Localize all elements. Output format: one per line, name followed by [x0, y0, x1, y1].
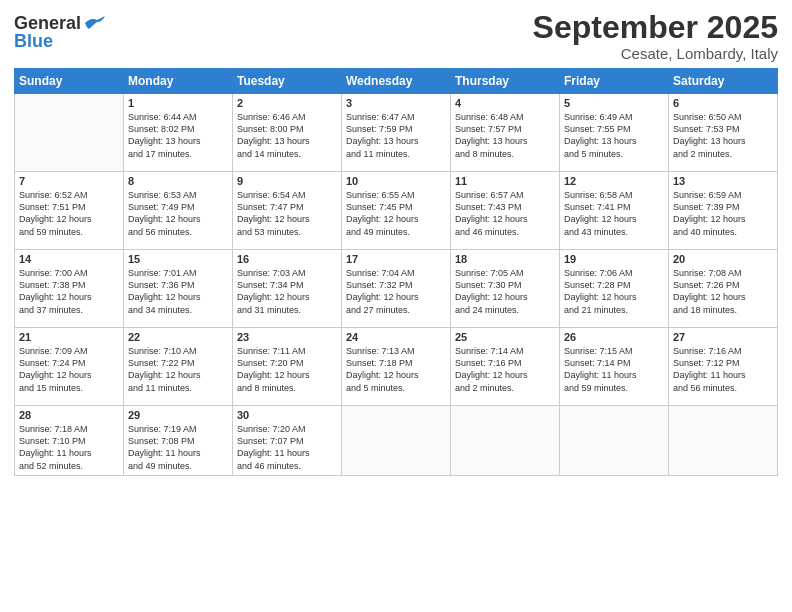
calendar-cell: 23Sunrise: 7:11 AM Sunset: 7:20 PM Dayli…	[233, 328, 342, 406]
calendar-cell: 15Sunrise: 7:01 AM Sunset: 7:36 PM Dayli…	[124, 250, 233, 328]
day-number: 22	[128, 331, 228, 343]
day-number: 4	[455, 97, 555, 109]
day-number: 17	[346, 253, 446, 265]
cell-info: Sunrise: 6:59 AM Sunset: 7:39 PM Dayligh…	[673, 189, 773, 238]
day-number: 26	[564, 331, 664, 343]
cell-info: Sunrise: 6:58 AM Sunset: 7:41 PM Dayligh…	[564, 189, 664, 238]
calendar-cell: 21Sunrise: 7:09 AM Sunset: 7:24 PM Dayli…	[15, 328, 124, 406]
day-number: 10	[346, 175, 446, 187]
cell-info: Sunrise: 6:53 AM Sunset: 7:49 PM Dayligh…	[128, 189, 228, 238]
calendar-cell: 27Sunrise: 7:16 AM Sunset: 7:12 PM Dayli…	[669, 328, 778, 406]
cell-info: Sunrise: 7:01 AM Sunset: 7:36 PM Dayligh…	[128, 267, 228, 316]
day-number: 2	[237, 97, 337, 109]
cell-info: Sunrise: 6:55 AM Sunset: 7:45 PM Dayligh…	[346, 189, 446, 238]
day-number: 29	[128, 409, 228, 421]
cell-info: Sunrise: 7:09 AM Sunset: 7:24 PM Dayligh…	[19, 345, 119, 394]
calendar-cell: 28Sunrise: 7:18 AM Sunset: 7:10 PM Dayli…	[15, 406, 124, 476]
day-number: 21	[19, 331, 119, 343]
header: General Blue September 2025 Cesate, Lomb…	[14, 10, 778, 62]
title-block: September 2025 Cesate, Lombardy, Italy	[533, 10, 778, 62]
cell-info: Sunrise: 6:47 AM Sunset: 7:59 PM Dayligh…	[346, 111, 446, 160]
calendar-week-4: 21Sunrise: 7:09 AM Sunset: 7:24 PM Dayli…	[15, 328, 778, 406]
calendar-cell: 5Sunrise: 6:49 AM Sunset: 7:55 PM Daylig…	[560, 94, 669, 172]
col-tuesday: Tuesday	[233, 69, 342, 94]
day-number: 6	[673, 97, 773, 109]
cell-info: Sunrise: 6:50 AM Sunset: 7:53 PM Dayligh…	[673, 111, 773, 160]
day-number: 9	[237, 175, 337, 187]
day-number: 14	[19, 253, 119, 265]
calendar-cell: 20Sunrise: 7:08 AM Sunset: 7:26 PM Dayli…	[669, 250, 778, 328]
day-number: 18	[455, 253, 555, 265]
day-number: 5	[564, 97, 664, 109]
day-number: 3	[346, 97, 446, 109]
logo-bird-icon	[83, 15, 105, 31]
day-number: 8	[128, 175, 228, 187]
day-number: 13	[673, 175, 773, 187]
calendar-cell: 1Sunrise: 6:44 AM Sunset: 8:02 PM Daylig…	[124, 94, 233, 172]
cell-info: Sunrise: 6:52 AM Sunset: 7:51 PM Dayligh…	[19, 189, 119, 238]
day-number: 16	[237, 253, 337, 265]
day-number: 20	[673, 253, 773, 265]
calendar-cell: 11Sunrise: 6:57 AM Sunset: 7:43 PM Dayli…	[451, 172, 560, 250]
calendar-cell: 26Sunrise: 7:15 AM Sunset: 7:14 PM Dayli…	[560, 328, 669, 406]
location-title: Cesate, Lombardy, Italy	[533, 45, 778, 62]
calendar-cell: 7Sunrise: 6:52 AM Sunset: 7:51 PM Daylig…	[15, 172, 124, 250]
cell-info: Sunrise: 7:04 AM Sunset: 7:32 PM Dayligh…	[346, 267, 446, 316]
day-number: 28	[19, 409, 119, 421]
cell-info: Sunrise: 6:48 AM Sunset: 7:57 PM Dayligh…	[455, 111, 555, 160]
cell-info: Sunrise: 7:03 AM Sunset: 7:34 PM Dayligh…	[237, 267, 337, 316]
calendar-cell: 4Sunrise: 6:48 AM Sunset: 7:57 PM Daylig…	[451, 94, 560, 172]
cell-info: Sunrise: 7:06 AM Sunset: 7:28 PM Dayligh…	[564, 267, 664, 316]
col-wednesday: Wednesday	[342, 69, 451, 94]
calendar-cell: 19Sunrise: 7:06 AM Sunset: 7:28 PM Dayli…	[560, 250, 669, 328]
logo: General Blue	[14, 14, 105, 50]
cell-info: Sunrise: 7:08 AM Sunset: 7:26 PM Dayligh…	[673, 267, 773, 316]
day-number: 1	[128, 97, 228, 109]
calendar-cell	[342, 406, 451, 476]
page-container: General Blue September 2025 Cesate, Lomb…	[0, 0, 792, 486]
calendar-cell: 6Sunrise: 6:50 AM Sunset: 7:53 PM Daylig…	[669, 94, 778, 172]
calendar-cell: 8Sunrise: 6:53 AM Sunset: 7:49 PM Daylig…	[124, 172, 233, 250]
calendar-cell: 22Sunrise: 7:10 AM Sunset: 7:22 PM Dayli…	[124, 328, 233, 406]
cell-info: Sunrise: 7:11 AM Sunset: 7:20 PM Dayligh…	[237, 345, 337, 394]
day-number: 19	[564, 253, 664, 265]
calendar-cell: 17Sunrise: 7:04 AM Sunset: 7:32 PM Dayli…	[342, 250, 451, 328]
day-number: 25	[455, 331, 555, 343]
calendar-cell: 13Sunrise: 6:59 AM Sunset: 7:39 PM Dayli…	[669, 172, 778, 250]
cell-info: Sunrise: 6:49 AM Sunset: 7:55 PM Dayligh…	[564, 111, 664, 160]
day-number: 27	[673, 331, 773, 343]
calendar-week-1: 1Sunrise: 6:44 AM Sunset: 8:02 PM Daylig…	[15, 94, 778, 172]
col-thursday: Thursday	[451, 69, 560, 94]
col-saturday: Saturday	[669, 69, 778, 94]
day-number: 12	[564, 175, 664, 187]
calendar-cell: 16Sunrise: 7:03 AM Sunset: 7:34 PM Dayli…	[233, 250, 342, 328]
cell-info: Sunrise: 7:19 AM Sunset: 7:08 PM Dayligh…	[128, 423, 228, 472]
cell-info: Sunrise: 7:20 AM Sunset: 7:07 PM Dayligh…	[237, 423, 337, 472]
calendar-cell	[451, 406, 560, 476]
cell-info: Sunrise: 6:54 AM Sunset: 7:47 PM Dayligh…	[237, 189, 337, 238]
col-friday: Friday	[560, 69, 669, 94]
cell-info: Sunrise: 6:46 AM Sunset: 8:00 PM Dayligh…	[237, 111, 337, 160]
day-number: 15	[128, 253, 228, 265]
day-number: 7	[19, 175, 119, 187]
col-monday: Monday	[124, 69, 233, 94]
day-number: 30	[237, 409, 337, 421]
calendar-week-3: 14Sunrise: 7:00 AM Sunset: 7:38 PM Dayli…	[15, 250, 778, 328]
cell-info: Sunrise: 7:18 AM Sunset: 7:10 PM Dayligh…	[19, 423, 119, 472]
cell-info: Sunrise: 7:15 AM Sunset: 7:14 PM Dayligh…	[564, 345, 664, 394]
calendar-cell: 18Sunrise: 7:05 AM Sunset: 7:30 PM Dayli…	[451, 250, 560, 328]
calendar-cell: 25Sunrise: 7:14 AM Sunset: 7:16 PM Dayli…	[451, 328, 560, 406]
cell-info: Sunrise: 7:00 AM Sunset: 7:38 PM Dayligh…	[19, 267, 119, 316]
calendar-week-5: 28Sunrise: 7:18 AM Sunset: 7:10 PM Dayli…	[15, 406, 778, 476]
cell-info: Sunrise: 7:05 AM Sunset: 7:30 PM Dayligh…	[455, 267, 555, 316]
calendar-cell	[669, 406, 778, 476]
cell-info: Sunrise: 7:14 AM Sunset: 7:16 PM Dayligh…	[455, 345, 555, 394]
calendar-cell: 3Sunrise: 6:47 AM Sunset: 7:59 PM Daylig…	[342, 94, 451, 172]
calendar-cell	[15, 94, 124, 172]
cell-info: Sunrise: 7:10 AM Sunset: 7:22 PM Dayligh…	[128, 345, 228, 394]
cell-info: Sunrise: 6:44 AM Sunset: 8:02 PM Dayligh…	[128, 111, 228, 160]
cell-info: Sunrise: 7:13 AM Sunset: 7:18 PM Dayligh…	[346, 345, 446, 394]
cell-info: Sunrise: 7:16 AM Sunset: 7:12 PM Dayligh…	[673, 345, 773, 394]
month-title: September 2025	[533, 10, 778, 45]
calendar-cell: 9Sunrise: 6:54 AM Sunset: 7:47 PM Daylig…	[233, 172, 342, 250]
